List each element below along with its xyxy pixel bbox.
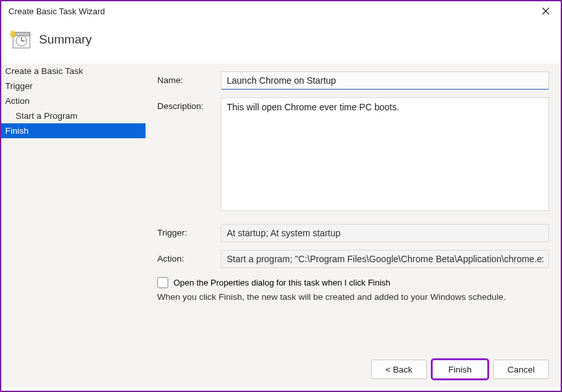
action-row: Action: [157, 250, 549, 268]
sidebar-item-trigger[interactable]: Trigger [1, 79, 146, 93]
trigger-value [221, 224, 549, 242]
sidebar-item-label: Action [5, 96, 30, 106]
name-input[interactable] [221, 71, 549, 90]
action-value [221, 250, 549, 268]
sidebar-item-finish[interactable]: Finish [1, 123, 146, 138]
description-row: Description: [157, 97, 549, 211]
page-title: Summary [39, 32, 92, 47]
description-label: Description: [157, 97, 221, 111]
sidebar-item-label: Finish [5, 126, 29, 136]
name-label: Name: [157, 71, 221, 85]
trigger-label: Trigger: [157, 224, 221, 238]
sidebar: Create a Basic Task Trigger Action Start… [1, 64, 146, 387]
action-label: Action: [157, 250, 221, 263]
back-button[interactable]: < Back [371, 360, 427, 379]
header: Summary [1, 21, 561, 64]
sidebar-item-label: Start a Program [16, 111, 77, 121]
main-area: Create a Basic Task Trigger Action Start… [1, 64, 561, 387]
finish-button[interactable]: Finish [432, 360, 488, 379]
sidebar-item-action[interactable]: Action [1, 93, 146, 108]
info-text: When you click Finish, the new task will… [157, 292, 549, 302]
window-title: Create Basic Task Wizard [6, 6, 105, 16]
close-icon [542, 7, 550, 15]
open-properties-row: Open the Properties dialog for this task… [157, 277, 549, 288]
content-panel: Name: Description: Trigger: Action: Open… [146, 64, 561, 387]
button-bar: < Back Finish Cancel [371, 360, 549, 379]
wizard-clock-icon [9, 30, 30, 49]
open-properties-label: Open the Properties dialog for this task… [173, 278, 390, 288]
close-button[interactable] [535, 3, 557, 19]
open-properties-checkbox[interactable] [157, 277, 168, 288]
sidebar-item-label: Trigger [5, 81, 32, 91]
sidebar-item-create-task[interactable]: Create a Basic Task [1, 64, 146, 79]
name-row: Name: [157, 71, 549, 90]
sidebar-item-start-program[interactable]: Start a Program [1, 108, 146, 123]
trigger-row: Trigger: [157, 224, 549, 242]
description-input[interactable] [221, 97, 549, 211]
titlebar: Create Basic Task Wizard [1, 1, 561, 21]
cancel-button[interactable]: Cancel [493, 360, 549, 379]
sidebar-item-label: Create a Basic Task [5, 66, 83, 76]
